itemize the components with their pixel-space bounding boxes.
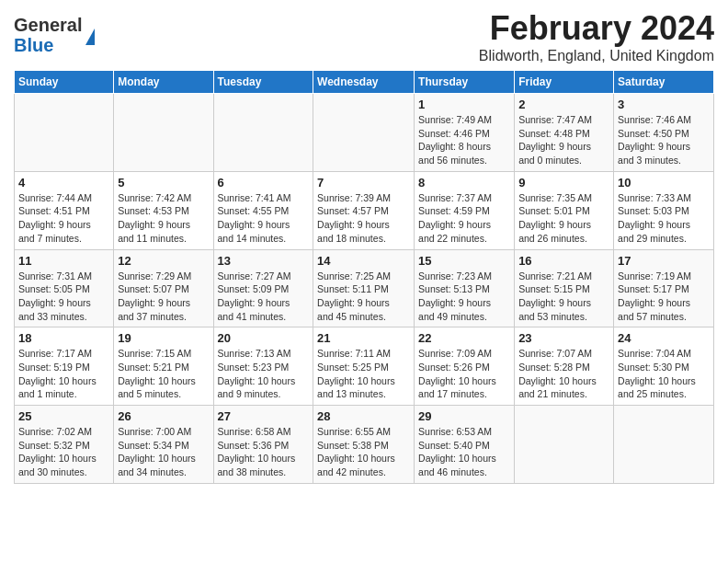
calendar-title: February 2024 [479,9,714,48]
day-number: 16 [518,254,609,268]
day-info: Sunrise: 7:00 AM Sunset: 5:34 PM Dayligh… [118,425,209,479]
calendar-cell: 15Sunrise: 7:23 AM Sunset: 5:13 PM Dayli… [415,249,515,327]
calendar-cell: 29Sunrise: 6:53 AM Sunset: 5:40 PM Dayli… [415,406,515,484]
calendar-week-row: 11Sunrise: 7:31 AM Sunset: 5:05 PM Dayli… [15,249,714,327]
calendar-cell: 19Sunrise: 7:15 AM Sunset: 5:21 PM Dayli… [114,327,213,406]
day-info: Sunrise: 7:04 AM Sunset: 5:30 PM Dayligh… [618,347,710,401]
day-of-week-header: Thursday [415,71,515,94]
day-number: 23 [518,331,609,345]
day-info: Sunrise: 7:35 AM Sunset: 5:01 PM Dayligh… [518,191,609,246]
day-info: Sunrise: 7:27 AM Sunset: 5:09 PM Dayligh… [218,270,310,324]
day-number: 11 [18,254,109,268]
day-number: 1 [418,98,510,111]
day-info: Sunrise: 7:23 AM Sunset: 5:13 PM Dayligh… [418,270,510,324]
logo-general: General [14,15,82,35]
calendar-cell [515,406,614,484]
calendar-cell: 14Sunrise: 7:25 AM Sunset: 5:11 PM Dayli… [313,249,415,327]
calendar-cell: 10Sunrise: 7:33 AM Sunset: 5:03 PM Dayli… [614,171,714,249]
calendar-cell: 7Sunrise: 7:39 AM Sunset: 4:57 PM Daylig… [313,171,415,249]
day-info: Sunrise: 7:21 AM Sunset: 5:15 PM Dayligh… [518,270,609,324]
calendar-week-row: 4Sunrise: 7:44 AM Sunset: 4:51 PM Daylig… [15,171,714,249]
day-info: Sunrise: 7:44 AM Sunset: 4:51 PM Dayligh… [18,191,109,246]
day-number: 4 [18,176,109,190]
day-number: 18 [18,331,109,345]
calendar-subtitle: Blidworth, England, United Kingdom [479,48,714,64]
day-info: Sunrise: 6:55 AM Sunset: 5:38 PM Dayligh… [317,425,410,479]
day-of-week-header: Friday [515,71,614,94]
calendar-cell: 8Sunrise: 7:37 AM Sunset: 4:59 PM Daylig… [415,171,515,249]
day-info: Sunrise: 7:49 AM Sunset: 4:46 PM Dayligh… [418,113,510,167]
calendar-cell: 12Sunrise: 7:29 AM Sunset: 5:07 PM Dayli… [114,249,213,327]
calendar-cell: 2Sunrise: 7:47 AM Sunset: 4:48 PM Daylig… [515,94,614,172]
calendar-cell: 22Sunrise: 7:09 AM Sunset: 5:26 PM Dayli… [415,327,515,406]
logo: General Blue [14,15,95,55]
day-number: 3 [618,98,710,111]
day-number: 19 [118,331,209,345]
day-number: 14 [317,254,410,268]
day-info: Sunrise: 6:53 AM Sunset: 5:40 PM Dayligh… [418,425,510,479]
calendar-cell: 17Sunrise: 7:19 AM Sunset: 5:17 PM Dayli… [614,249,714,327]
day-info: Sunrise: 7:41 AM Sunset: 4:55 PM Dayligh… [218,191,310,246]
days-of-week-row: SundayMondayTuesdayWednesdayThursdayFrid… [15,71,714,94]
day-of-week-header: Wednesday [313,71,415,94]
day-of-week-header: Saturday [614,71,714,94]
day-number: 2 [518,98,609,111]
calendar-cell: 11Sunrise: 7:31 AM Sunset: 5:05 PM Dayli… [15,249,114,327]
calendar-cell: 9Sunrise: 7:35 AM Sunset: 5:01 PM Daylig… [515,171,614,249]
day-info: Sunrise: 6:58 AM Sunset: 5:36 PM Dayligh… [218,425,310,479]
day-number: 21 [317,331,410,345]
day-number: 20 [218,331,310,345]
calendar-cell [15,94,114,172]
day-number: 10 [618,176,710,190]
calendar-cell: 25Sunrise: 7:02 AM Sunset: 5:32 PM Dayli… [15,406,114,484]
calendar-cell [614,406,714,484]
calendar-table: SundayMondayTuesdayWednesdayThursdayFrid… [14,70,714,484]
day-of-week-header: Tuesday [213,71,313,94]
day-number: 15 [418,254,510,268]
day-info: Sunrise: 7:15 AM Sunset: 5:21 PM Dayligh… [118,347,209,401]
title-block: February 2024 Blidworth, England, United… [479,9,714,64]
day-info: Sunrise: 7:09 AM Sunset: 5:26 PM Dayligh… [418,347,510,401]
day-number: 7 [317,176,410,190]
calendar-cell: 20Sunrise: 7:13 AM Sunset: 5:23 PM Dayli… [213,327,313,406]
calendar-cell: 13Sunrise: 7:27 AM Sunset: 5:09 PM Dayli… [213,249,313,327]
day-info: Sunrise: 7:17 AM Sunset: 5:19 PM Dayligh… [18,347,109,401]
day-number: 27 [218,409,310,423]
calendar-cell [313,94,415,172]
day-number: 6 [218,176,310,190]
day-info: Sunrise: 7:02 AM Sunset: 5:32 PM Dayligh… [18,425,109,479]
calendar-cell: 1Sunrise: 7:49 AM Sunset: 4:46 PM Daylig… [415,94,515,172]
calendar-cell [213,94,313,172]
day-info: Sunrise: 7:29 AM Sunset: 5:07 PM Dayligh… [118,270,209,324]
calendar-cell: 26Sunrise: 7:00 AM Sunset: 5:34 PM Dayli… [114,406,213,484]
day-info: Sunrise: 7:46 AM Sunset: 4:50 PM Dayligh… [618,113,710,167]
day-of-week-header: Sunday [15,71,114,94]
calendar-cell: 16Sunrise: 7:21 AM Sunset: 5:15 PM Dayli… [515,249,614,327]
day-number: 8 [418,176,510,190]
day-number: 5 [118,176,209,190]
day-info: Sunrise: 7:42 AM Sunset: 4:53 PM Dayligh… [118,191,209,246]
calendar-cell: 18Sunrise: 7:17 AM Sunset: 5:19 PM Dayli… [15,327,114,406]
calendar-cell: 24Sunrise: 7:04 AM Sunset: 5:30 PM Dayli… [614,327,714,406]
calendar-cell: 23Sunrise: 7:07 AM Sunset: 5:28 PM Dayli… [515,327,614,406]
calendar-week-row: 1Sunrise: 7:49 AM Sunset: 4:46 PM Daylig… [15,94,714,172]
day-info: Sunrise: 7:47 AM Sunset: 4:48 PM Dayligh… [518,113,609,167]
day-info: Sunrise: 7:07 AM Sunset: 5:28 PM Dayligh… [518,347,609,401]
day-number: 22 [418,331,510,345]
day-info: Sunrise: 7:13 AM Sunset: 5:23 PM Dayligh… [218,347,310,401]
day-number: 12 [118,254,209,268]
day-number: 24 [618,331,710,345]
day-number: 17 [618,254,710,268]
calendar-cell: 28Sunrise: 6:55 AM Sunset: 5:38 PM Dayli… [313,406,415,484]
day-info: Sunrise: 7:37 AM Sunset: 4:59 PM Dayligh… [418,191,510,246]
calendar-cell: 27Sunrise: 6:58 AM Sunset: 5:36 PM Dayli… [213,406,313,484]
logo-triangle-icon [85,29,95,45]
day-number: 26 [118,409,209,423]
calendar-cell: 4Sunrise: 7:44 AM Sunset: 4:51 PM Daylig… [15,171,114,249]
day-number: 29 [418,409,510,423]
day-info: Sunrise: 7:11 AM Sunset: 5:25 PM Dayligh… [317,347,410,401]
day-info: Sunrise: 7:31 AM Sunset: 5:05 PM Dayligh… [18,270,109,324]
calendar-cell: 3Sunrise: 7:46 AM Sunset: 4:50 PM Daylig… [614,94,714,172]
page-header: General Blue February 2024 Blidworth, En… [14,9,714,64]
calendar-week-row: 18Sunrise: 7:17 AM Sunset: 5:19 PM Dayli… [15,327,714,406]
